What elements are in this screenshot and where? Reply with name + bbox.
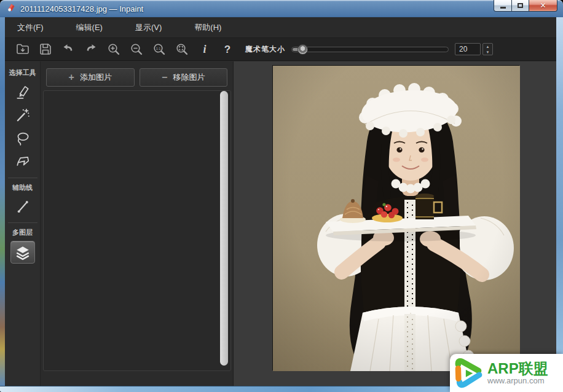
folder-open-icon (15, 42, 30, 57)
window-border-left (0, 17, 5, 386)
marker-tool-button[interactable] (12, 80, 34, 103)
section-selection-tools: 选择工具 (9, 68, 36, 77)
client-area: 文件(F) 编辑(E) 显示(V) 帮助(H) (5, 17, 556, 386)
zoom-out-icon (129, 42, 144, 57)
undo-icon (61, 42, 76, 57)
menu-help[interactable]: 帮助(H) (194, 22, 221, 33)
maximize-icon (518, 3, 523, 8)
arp-logo-icon (452, 356, 485, 390)
image-list-panel: + 添加图片 − 移除图片 (41, 61, 234, 386)
redo-icon (84, 42, 98, 57)
svg-text:1:1: 1:1 (156, 47, 160, 50)
watermark-url: www.arpun.com (487, 376, 548, 385)
toolbar: 1:1 i ? (5, 38, 556, 61)
help-button[interactable]: ? (219, 41, 235, 58)
guideline-icon (15, 198, 31, 214)
open-file-button[interactable] (14, 41, 31, 58)
plus-icon: + (69, 73, 74, 82)
screen: 20111124053317428.jpg — Inpaint ✕ 文件(F) … (0, 0, 563, 392)
zoom-in-icon (106, 42, 121, 57)
menu-file[interactable]: 文件(F) (17, 22, 44, 33)
zoom-actual-size-button[interactable]: 1:1 (151, 41, 167, 58)
arp-watermark: ARP联盟 www.arpun.com (450, 354, 563, 392)
brush-size-input[interactable]: 20 (455, 43, 481, 55)
window-controls: ✕ (494, 0, 557, 12)
save-icon (38, 42, 53, 57)
zoom-fit-button[interactable] (173, 41, 190, 58)
tool-sidebar: 选择工具 (5, 61, 41, 386)
guideline-tool-button[interactable] (12, 195, 34, 218)
workarea: 选择工具 (5, 61, 556, 386)
watermark-title: ARP联盟 (487, 361, 548, 376)
info-icon: i (197, 42, 212, 57)
info-button[interactable]: i (196, 41, 213, 58)
scrollbar-thumb[interactable] (220, 91, 228, 366)
remove-image-button[interactable]: − 移除图片 (140, 68, 228, 87)
remove-image-label: 移除图片 (173, 72, 205, 83)
minus-icon: − (162, 73, 167, 82)
brush-size-stepper: ▲ ▼ (482, 43, 493, 55)
slider-thumb[interactable] (297, 44, 308, 55)
save-button[interactable] (37, 41, 53, 58)
brush-size-slider[interactable] (291, 47, 449, 52)
menubar: 文件(F) 编辑(E) 显示(V) 帮助(H) (5, 17, 556, 38)
svg-text:i: i (203, 43, 206, 55)
marker-icon (15, 84, 31, 100)
zoom-1-1-icon: 1:1 (152, 42, 167, 57)
zoom-in-button[interactable] (105, 41, 122, 58)
sidebar-divider (8, 178, 37, 178)
help-icon: ? (220, 42, 235, 57)
close-icon: ✕ (540, 2, 546, 9)
menu-edit[interactable]: 编辑(E) (76, 22, 103, 33)
titlebar[interactable]: 20111124053317428.jpg — Inpaint ✕ (0, 0, 563, 17)
add-image-label: 添加图片 (80, 72, 112, 83)
window-border-right (556, 17, 563, 386)
stepper-up-button[interactable]: ▲ (483, 44, 492, 49)
editing-canvas[interactable] (234, 61, 556, 386)
image-list[interactable] (43, 90, 231, 371)
close-button[interactable]: ✕ (529, 0, 557, 12)
zoom-out-button[interactable] (128, 41, 144, 58)
zoom-fit-icon (175, 42, 189, 57)
photo-image[interactable] (272, 65, 519, 370)
window-title: 20111124053317428.jpg — Inpaint (20, 4, 143, 14)
minimize-icon (500, 7, 506, 9)
stepper-down-button[interactable]: ▼ (483, 49, 492, 55)
brush-size-label: 魔术笔大小 (245, 44, 285, 55)
polygon-lasso-icon (15, 154, 31, 170)
sidebar-divider (8, 222, 37, 223)
add-image-button[interactable]: + 添加图片 (46, 68, 135, 87)
magic-wand-icon (15, 107, 31, 123)
inpaint-app-icon (6, 2, 16, 15)
redo-button[interactable] (82, 41, 99, 58)
section-multilayer: 多图层 (12, 228, 33, 237)
maximize-button[interactable] (511, 0, 529, 12)
maid-photo-graphic (273, 66, 520, 371)
section-guidelines: 辅助线 (12, 183, 33, 192)
magic-wand-tool-button[interactable] (12, 104, 34, 126)
menu-view[interactable]: 显示(V) (135, 22, 162, 33)
window-frame: 20111124053317428.jpg — Inpaint ✕ 文件(F) … (0, 0, 563, 392)
minimize-button[interactable] (494, 0, 512, 12)
layers-tool-button[interactable] (10, 241, 35, 264)
layers-icon (15, 245, 31, 261)
undo-button[interactable] (60, 41, 76, 58)
svg-text:?: ? (224, 44, 230, 55)
lasso-icon (15, 130, 31, 146)
polygon-lasso-tool-button[interactable] (12, 151, 34, 173)
lasso-tool-button[interactable] (12, 127, 34, 149)
